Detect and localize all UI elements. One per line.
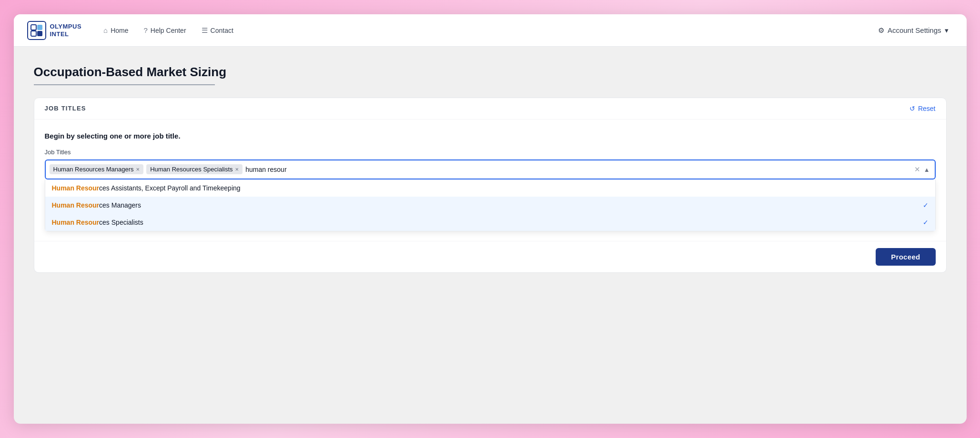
tag-remove-hr-managers[interactable]: ×: [136, 166, 140, 172]
dropdown-item-label: Human Resources Managers: [52, 201, 141, 209]
navbar: OLYMPUS INTEL ⌂ Home ? Help Center ☰ Con…: [14, 14, 967, 47]
dropdown-item-hr-managers[interactable]: Human Resources Managers ✓: [45, 197, 935, 214]
main-content: Occupation-Based Market Sizing JOB TITLE…: [14, 47, 967, 424]
check-icon: ✓: [923, 219, 929, 226]
gear-icon: ⚙: [878, 26, 884, 35]
card-heading: Begin by selecting one or more job title…: [45, 132, 936, 140]
dropdown-item-label: Human Resources Assistants, Except Payro…: [52, 184, 241, 192]
nav-links: ⌂ Home ? Help Center ☰ Contact: [97, 22, 873, 39]
contact-icon: ☰: [202, 26, 208, 35]
tag-hr-managers: Human Resources Managers ×: [50, 164, 144, 174]
page-title: Occupation-Based Market Sizing: [34, 65, 947, 80]
svg-rect-2: [31, 31, 36, 36]
dropdown-list: Human Resources Assistants, Except Payro…: [45, 179, 936, 231]
dropdown-item-hr-assistants[interactable]: Human Resources Assistants, Except Payro…: [45, 179, 935, 197]
nav-home[interactable]: ⌂ Home: [97, 22, 135, 38]
proceed-button[interactable]: Proceed: [876, 248, 935, 266]
nav-contact[interactable]: ☰ Contact: [195, 22, 240, 39]
svg-rect-1: [37, 25, 42, 30]
logo: OLYMPUS INTEL: [27, 21, 82, 40]
card-footer: Proceed: [34, 241, 946, 272]
help-icon: ?: [144, 26, 148, 34]
card-header: JOB TITLES ↺ Reset: [34, 98, 946, 119]
highlight-text: Human Resour: [52, 184, 100, 192]
home-icon: ⌂: [103, 26, 108, 34]
dropdown-item-label: Human Resources Specialists: [52, 219, 143, 226]
highlight-text: Human Resour: [52, 219, 100, 226]
nav-right: ⚙ Account Settings ▾: [873, 23, 953, 38]
app-window: OLYMPUS INTEL ⌂ Home ? Help Center ☰ Con…: [14, 14, 967, 424]
search-input[interactable]: [245, 165, 917, 174]
card-section-title: JOB TITLES: [45, 105, 86, 112]
logo-text: OLYMPUS INTEL: [50, 23, 82, 38]
check-icon: ✓: [923, 201, 929, 209]
tag-remove-hr-specialists[interactable]: ×: [235, 166, 239, 172]
tag-label: Human Resources Specialists: [150, 166, 232, 173]
title-divider: [34, 84, 215, 85]
tag-hr-specialists: Human Resources Specialists ×: [146, 164, 242, 174]
svg-rect-0: [31, 25, 36, 30]
nav-help[interactable]: ? Help Center: [137, 22, 193, 38]
chevron-down-icon: ▾: [945, 26, 949, 35]
reset-icon: ↺: [909, 105, 915, 112]
logo-icon: [27, 21, 46, 40]
highlight-text: Human Resour: [52, 201, 100, 209]
field-label: Job Titles: [45, 149, 936, 156]
tag-label: Human Resources Managers: [53, 166, 134, 173]
chevron-up-icon[interactable]: ▲: [924, 166, 930, 173]
job-titles-multiselect[interactable]: Human Resources Managers × Human Resourc…: [45, 159, 936, 179]
card-body: Begin by selecting one or more job title…: [34, 119, 946, 241]
job-titles-card: JOB TITLES ↺ Reset Begin by selecting on…: [34, 98, 947, 273]
dropdown-item-hr-specialists[interactable]: Human Resources Specialists ✓: [45, 214, 935, 231]
reset-button[interactable]: ↺ Reset: [909, 105, 936, 112]
account-settings-button[interactable]: ⚙ Account Settings ▾: [873, 23, 953, 38]
clear-icon[interactable]: ✕: [914, 165, 920, 174]
svg-rect-3: [37, 31, 42, 36]
